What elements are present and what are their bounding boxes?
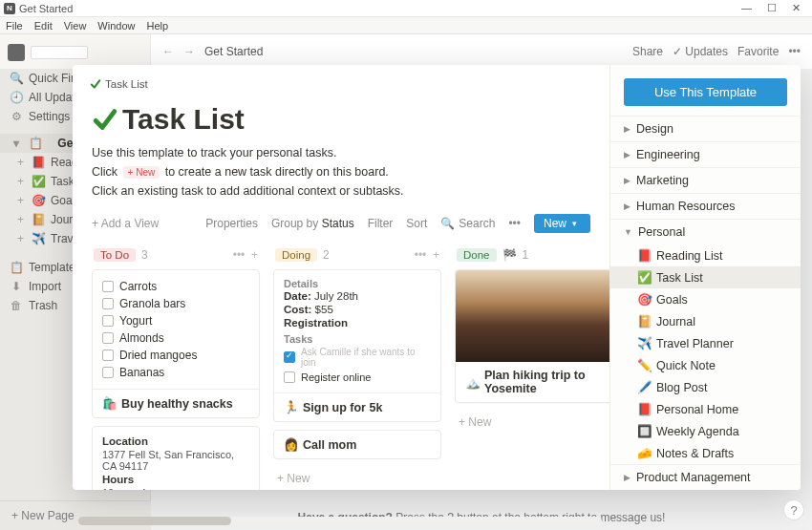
template-item-notes-drafts[interactable]: 🧀Notes & Drafts xyxy=(610,442,801,464)
workspace-avatar xyxy=(8,44,25,61)
category-engineering[interactable]: ▶Engineering xyxy=(610,141,801,167)
template-item-reading-list[interactable]: 📕Reading List xyxy=(610,244,801,266)
menu-edit[interactable]: Edit xyxy=(34,20,53,32)
page-title: Task List xyxy=(92,103,590,136)
board-column-doing: Doing 2 ••• + Details Date: July 28th Co… xyxy=(273,246,441,477)
checkbox[interactable] xyxy=(102,298,114,309)
properties-button[interactable]: Properties xyxy=(205,217,258,230)
use-template-button[interactable]: Use This Template xyxy=(624,78,787,106)
triangle-icon: ▶ xyxy=(624,150,630,159)
card-cover-image xyxy=(456,270,609,362)
add-view-button[interactable]: + Add a View xyxy=(92,217,159,230)
updates-button[interactable]: ✓ Updates xyxy=(673,45,728,58)
triangle-icon: ▶ xyxy=(624,201,630,211)
template-item-goals[interactable]: 🎯Goals xyxy=(610,288,801,310)
menu-view[interactable]: View xyxy=(64,20,87,32)
template-preview-modal: Task List Task List Use this template to… xyxy=(73,65,801,490)
modal-breadcrumb[interactable]: Task List xyxy=(90,78,592,90)
board-column-done: Done 🏁 1 🏔️Plan hiking trip to Yosemite … xyxy=(455,246,609,477)
template-item-weekly-agenda[interactable]: 🔲Weekly Agenda xyxy=(610,420,801,442)
page-more-button[interactable]: ••• xyxy=(788,45,801,58)
new-button[interactable]: New xyxy=(534,214,590,233)
column-count: 2 xyxy=(323,248,330,262)
column-count: 3 xyxy=(141,248,148,262)
category-personal[interactable]: ▼Personal xyxy=(610,219,801,244)
page-topbar: ← → Get Started Share ✓ Updates Favorite… xyxy=(151,34,812,69)
menu-help[interactable]: Help xyxy=(146,20,168,32)
search-icon: 🔍 xyxy=(440,217,455,230)
category-design[interactable]: ▶Design xyxy=(610,116,801,141)
card-call-mom[interactable]: 👩Call mom xyxy=(273,430,441,459)
menu-window[interactable]: Window xyxy=(97,20,135,32)
scrollbar-thumb[interactable] xyxy=(78,517,231,525)
toolbar-more-button[interactable]: ••• xyxy=(508,217,521,230)
card-location-info[interactable]: Location 1377 Fell St, San Francisco, CA… xyxy=(92,426,260,490)
column-more-button[interactable]: ••• + xyxy=(233,248,258,262)
triangle-icon: ▶ xyxy=(624,124,630,134)
nav-back[interactable]: ← xyxy=(162,45,174,58)
checkbox[interactable] xyxy=(284,351,295,363)
check-icon xyxy=(92,106,118,133)
mountain-icon: 🏔️ xyxy=(465,375,481,390)
template-item-quick-note[interactable]: ✏️Quick Note xyxy=(610,354,801,376)
window-title: Get Started xyxy=(19,3,73,14)
sort-button[interactable]: Sort xyxy=(406,217,427,230)
groupby-button[interactable]: Group by Status xyxy=(271,217,354,230)
person-icon: 👩 xyxy=(284,437,299,452)
status-pill-done[interactable]: Done xyxy=(457,248,497,262)
breadcrumb[interactable]: Get Started xyxy=(204,45,263,58)
search-button[interactable]: 🔍Search xyxy=(440,217,495,230)
template-item-journal[interactable]: 📔Journal xyxy=(610,310,801,332)
checkbox[interactable] xyxy=(284,371,295,383)
triangle-icon: ▶ xyxy=(624,473,630,482)
category-marketing[interactable]: ▶Marketing xyxy=(610,167,801,193)
add-card-button[interactable]: + New xyxy=(455,411,609,431)
help-button[interactable]: ? xyxy=(783,499,804,520)
check-icon xyxy=(90,78,101,90)
status-pill-todo[interactable]: To Do xyxy=(94,248,136,262)
runner-icon: 🏃 xyxy=(284,400,299,414)
workspace-name xyxy=(31,46,88,59)
minimize-button[interactable]: — xyxy=(741,2,752,14)
card-yosemite[interactable]: 🏔️Plan hiking trip to Yosemite xyxy=(455,269,609,403)
menu-file[interactable]: File xyxy=(6,20,23,32)
add-card-button[interactable]: + New xyxy=(273,467,441,487)
close-button[interactable]: ✕ xyxy=(792,2,801,14)
template-item-task-list[interactable]: ✅Task List xyxy=(610,266,801,288)
template-item-personal-home[interactable]: 📕Personal Home xyxy=(610,398,801,420)
horizontal-scrollbar[interactable] xyxy=(78,517,602,525)
window-titlebar: N Get Started — ☐ ✕ xyxy=(0,0,812,17)
category-product-management[interactable]: ▶Product Management xyxy=(610,464,801,490)
triangle-icon: ▶ xyxy=(624,176,630,185)
template-sidepanel: Use This Template ▶Design ▶Engineering ▶… xyxy=(609,65,801,490)
column-more-button[interactable]: ••• + xyxy=(415,248,439,262)
status-pill-doing[interactable]: Doing xyxy=(275,248,317,262)
card-buy-snacks[interactable]: Carrots Granola bars Yogurt Almonds Drie… xyxy=(92,269,260,418)
database-toolbar: + Add a View Properties Group by Status … xyxy=(73,201,609,241)
template-item-travel-planner[interactable]: ✈️Travel Planner xyxy=(610,332,801,354)
menubar: File Edit View Window Help xyxy=(0,17,812,34)
app-icon: N xyxy=(4,3,15,14)
nav-forward[interactable]: → xyxy=(183,45,195,58)
checkbox[interactable] xyxy=(102,315,114,327)
share-button[interactable]: Share xyxy=(632,45,663,58)
board-column-todo: To Do 3 ••• + Carrots Granola bars Yogur… xyxy=(92,246,260,477)
bag-icon: 🛍️ xyxy=(102,396,118,411)
filter-button[interactable]: Filter xyxy=(368,217,394,230)
checkbox[interactable] xyxy=(102,367,114,378)
kanban-board: To Do 3 ••• + Carrots Granola bars Yogur… xyxy=(73,241,609,490)
checkbox[interactable] xyxy=(102,332,114,344)
card-signup-5k[interactable]: Details Date: July 28th Cost: $55 Regist… xyxy=(273,269,441,422)
checkbox[interactable] xyxy=(102,350,114,361)
new-pill: + New xyxy=(123,166,160,179)
flag-icon: 🏁 xyxy=(502,248,517,262)
favorite-button[interactable]: Favorite xyxy=(737,45,779,58)
template-item-blog-post[interactable]: 🖊️Blog Post xyxy=(610,376,801,398)
checkbox[interactable] xyxy=(102,281,114,292)
triangle-icon: ▼ xyxy=(624,227,632,237)
column-count: 1 xyxy=(523,248,529,262)
template-description: Use this template to track your personal… xyxy=(73,143,609,201)
category-hr[interactable]: ▶Human Resources xyxy=(610,193,801,219)
maximize-button[interactable]: ☐ xyxy=(767,2,777,14)
